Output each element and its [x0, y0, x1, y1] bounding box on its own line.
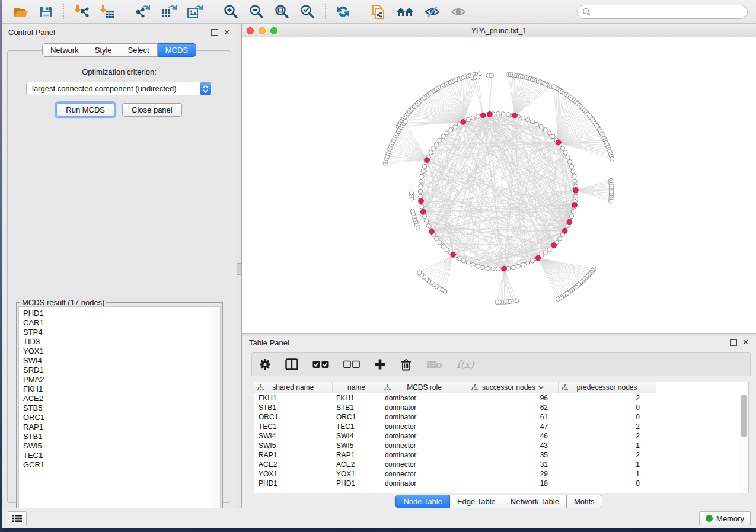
zoom-selected-button[interactable]: [298, 2, 317, 21]
mcds-result-item[interactable]: GCR1: [23, 460, 212, 470]
tab-edge-table[interactable]: Edge Table: [450, 495, 503, 508]
close-panel-button-mcds[interactable]: Close panel: [122, 103, 182, 117]
import-network-button[interactable]: [72, 2, 91, 21]
mcds-result-item[interactable]: STB1: [23, 432, 212, 441]
mcds-result-item[interactable]: TID3: [23, 337, 212, 347]
open-file-button[interactable]: [12, 3, 30, 21]
unselect-all-icon: [343, 360, 360, 368]
unselect-all-columns-button[interactable]: [343, 360, 360, 368]
column-header-shared-name[interactable]: shared name: [254, 382, 332, 393]
table-settings-button[interactable]: [259, 358, 271, 370]
node-table-container: shared name name MCDS role successor nod…: [254, 382, 749, 493]
tab-network-table[interactable]: Network Table: [503, 495, 567, 508]
gear-icon: [259, 358, 271, 370]
mcds-result-item[interactable]: PMA2: [23, 375, 212, 384]
table-row[interactable]: TEC1TEC1connector472: [254, 422, 748, 431]
open-file-icon: [13, 4, 29, 20]
mcds-result-item[interactable]: SWI4: [23, 356, 212, 366]
mcds-result-list: PHD1CAR1STP4TID3YOX1SWI4SRD1PMA2FKH1ACE2…: [19, 307, 212, 521]
task-history-button[interactable]: [8, 511, 27, 525]
vertical-splitter[interactable]: [236, 24, 242, 508]
close-panel-button[interactable]: ✕: [224, 30, 230, 36]
tab-motifs[interactable]: Motifs: [567, 495, 602, 508]
mcds-result-item[interactable]: STB5: [23, 403, 212, 413]
export-image-button[interactable]: [186, 2, 205, 21]
network-canvas[interactable]: [242, 37, 756, 333]
tab-style[interactable]: Style: [87, 43, 120, 57]
mcds-result-item[interactable]: ORC1: [23, 413, 212, 422]
mcds-result-item[interactable]: PHD1: [23, 309, 212, 318]
mcds-result-item[interactable]: FKH1: [23, 384, 212, 394]
tab-node-table[interactable]: Node Table: [395, 495, 450, 508]
table-row[interactable]: PHD1PHD1dominator180: [254, 479, 748, 488]
export-table-button[interactable]: [160, 2, 178, 21]
mcds-result-item[interactable]: SRD1: [23, 366, 212, 375]
table-row[interactable]: SWI5SWI5connector431: [254, 441, 748, 450]
mcds-result-item[interactable]: STP4: [23, 328, 212, 337]
run-mcds-button[interactable]: Run MCDS: [56, 103, 114, 117]
memory-label: Memory: [716, 514, 744, 523]
table-row[interactable]: RAP1RAP1dominator352: [254, 450, 748, 460]
first-neighbors-button[interactable]: [394, 3, 416, 21]
table-row[interactable]: ORC1ORC1dominator610: [254, 412, 748, 422]
column-header-predecessor-nodes[interactable]: predecessor nodes: [558, 382, 656, 393]
main-toolbar: [2, 0, 756, 24]
close-table-panel-button[interactable]: ✕: [742, 339, 749, 345]
splitter-grip[interactable]: [237, 263, 241, 275]
tab-select[interactable]: Select: [120, 43, 158, 57]
column-label: shared name: [272, 383, 314, 392]
column-label: name: [347, 383, 365, 392]
refresh-layout-button[interactable]: [334, 2, 352, 21]
search-input[interactable]: [594, 7, 742, 17]
mcds-result-item[interactable]: TEC1: [23, 451, 212, 460]
add-column-button[interactable]: [374, 358, 386, 370]
mcds-result-item[interactable]: RAP1: [23, 422, 212, 432]
save-session-button[interactable]: [37, 3, 55, 21]
column-header-name[interactable]: name: [332, 382, 381, 393]
mcds-result-listbox[interactable]: PHD1CAR1STP4TID3YOX1SWI4SRD1PMA2FKH1ACE2…: [18, 306, 221, 521]
criterion-dropdown[interactable]: largest connected component (undirected): [26, 82, 212, 95]
column-header-successor-nodes[interactable]: successor nodes: [468, 382, 558, 393]
tab-network[interactable]: Network: [42, 43, 87, 57]
application-window: Control Panel ✕ Network Style Select MCD…: [2, 0, 756, 528]
destroy-table-button[interactable]: [426, 360, 442, 369]
search-field[interactable]: [577, 5, 748, 19]
hide-selected-button[interactable]: [423, 3, 442, 21]
mcds-result-item[interactable]: CAR1: [23, 318, 212, 328]
float-table-panel-button[interactable]: [730, 339, 737, 346]
memory-button[interactable]: Memory: [699, 511, 751, 525]
table-scrollbar-thumb[interactable]: [741, 395, 747, 437]
apply-function-button[interactable]: f(x): [457, 358, 474, 370]
network-view-titlebar[interactable]: YPA_prune.txt_1: [242, 24, 756, 38]
tab-mcds[interactable]: MCDS: [158, 43, 196, 57]
zoom-in-button[interactable]: [222, 2, 240, 21]
mcds-list-scrollbar[interactable]: [212, 307, 220, 521]
tree-icon: [562, 384, 568, 390]
select-all-columns-button[interactable]: [312, 360, 329, 368]
show-hidden-button[interactable]: [449, 3, 468, 21]
node-table-body: FKH1FKH1dominator962STB1STB1dominator620…: [254, 393, 748, 489]
zoom-out-button[interactable]: [247, 2, 266, 21]
table-row[interactable]: ACE2ACE2connector311: [254, 460, 748, 469]
toolbar-separator: [361, 4, 361, 20]
refresh-icon: [335, 4, 351, 20]
mcds-result-item[interactable]: ACE2: [23, 394, 212, 403]
table-row[interactable]: SWI4SWI4dominator462: [254, 431, 748, 441]
float-panel-button[interactable]: [211, 29, 218, 36]
export-image-icon: [187, 4, 203, 20]
export-network-button[interactable]: [133, 2, 152, 21]
import-table-button[interactable]: [98, 2, 116, 21]
mcds-result-item[interactable]: YOX1: [23, 347, 212, 356]
table-row[interactable]: FKH1FKH1dominator962: [254, 393, 748, 403]
split-panel-button[interactable]: [285, 358, 298, 370]
delete-columns-button[interactable]: [400, 358, 412, 371]
mcds-result-item[interactable]: SWI5: [23, 441, 212, 451]
column-header-mcds-role[interactable]: MCDS role: [381, 382, 468, 393]
table-row[interactable]: YOX1YOX1connector291: [254, 469, 748, 479]
zoom-fit-button[interactable]: [273, 2, 291, 21]
table-scrollbar[interactable]: [739, 393, 748, 493]
network-canvas-svg: [242, 37, 756, 333]
control-panel: Control Panel ✕ Network Style Select MCD…: [2, 24, 237, 508]
table-row[interactable]: STB1STB1dominator620: [254, 403, 748, 412]
clone-network-button[interactable]: [369, 2, 387, 21]
